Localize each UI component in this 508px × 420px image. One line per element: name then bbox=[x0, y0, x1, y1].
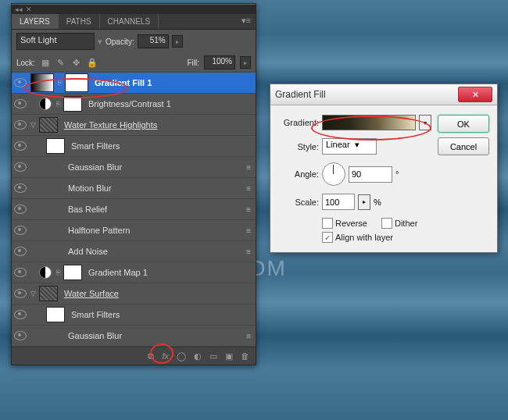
filter-add-noise[interactable]: Add Noise≡ bbox=[12, 241, 256, 262]
mask-thumb bbox=[46, 138, 65, 154]
panel-minibar: ◂◂✕ bbox=[12, 4, 256, 14]
collapse-icon[interactable]: ◂◂ bbox=[15, 5, 23, 13]
new-layer-icon[interactable]: ▣ bbox=[225, 351, 233, 361]
align-checkbox[interactable]: ✓Align with layer bbox=[322, 232, 431, 243]
group-icon[interactable]: ▭ bbox=[209, 351, 217, 361]
mask-thumb bbox=[63, 265, 82, 280]
layer-label: Gradient Map 1 bbox=[88, 268, 148, 277]
ok-button[interactable]: OK bbox=[438, 115, 489, 133]
angle-wheel[interactable] bbox=[322, 162, 345, 186]
visibility-toggle[interactable] bbox=[12, 289, 29, 298]
scale-input[interactable] bbox=[322, 194, 355, 210]
visibility-toggle[interactable] bbox=[12, 141, 29, 151]
tab-channels[interactable]: CHANNELS bbox=[100, 14, 159, 29]
dialog-titlebar[interactable]: Gradient Fill ✕ bbox=[270, 84, 497, 105]
layer-water-surface[interactable]: ▽Water Surface bbox=[12, 283, 256, 304]
eye-icon bbox=[14, 162, 27, 172]
eye-icon bbox=[14, 247, 27, 256]
adj-icon bbox=[39, 266, 52, 279]
mask-thumb bbox=[46, 307, 65, 322]
filter-label: Gaussian Blur bbox=[68, 162, 122, 172]
eye-icon bbox=[14, 183, 27, 193]
filter-motion-blur[interactable]: Motion Blur≡ bbox=[12, 178, 256, 199]
tab-paths[interactable]: PATHS bbox=[59, 14, 100, 29]
filter-settings-icon[interactable]: ≡ bbox=[246, 226, 251, 235]
adjustment-icon[interactable]: ◐ bbox=[194, 351, 202, 361]
visibility-toggle[interactable] bbox=[12, 310, 29, 319]
scale-flyout-icon[interactable]: ▸ bbox=[358, 194, 370, 210]
eye-icon bbox=[14, 289, 27, 298]
fill-label: Fill: bbox=[187, 59, 199, 67]
layer-water-highlights[interactable]: ▽Water Texture Highlights bbox=[12, 115, 256, 136]
lock-all-icon[interactable]: 🔒 bbox=[87, 57, 98, 68]
filter-label: Gaussian Blur bbox=[68, 331, 122, 340]
panel-tabs: LAYERS PATHS CHANNELS ▾≡ bbox=[12, 14, 256, 30]
style-label: Style: bbox=[278, 142, 319, 151]
expand-icon[interactable]: ▽ bbox=[30, 121, 36, 129]
lock-pixels-icon[interactable]: ✎ bbox=[55, 57, 66, 68]
lock-fill-row: Lock: ▦ ✎ ✥ 🔒 Fill: 100% ▸ bbox=[12, 53, 256, 73]
close-icon[interactable]: ✕ bbox=[26, 5, 32, 13]
opacity-input[interactable]: 51% bbox=[138, 34, 169, 48]
smart-filters-row-2[interactable]: Smart Filters bbox=[12, 304, 256, 326]
tab-layers[interactable]: LAYERS bbox=[12, 14, 59, 29]
lock-transparent-icon[interactable]: ▦ bbox=[40, 57, 51, 68]
opacity-label: Opacity: bbox=[106, 37, 134, 46]
blend-opacity-row: Soft Light ▾ Opacity: 51% ▸ bbox=[12, 30, 256, 53]
annotation-circle bbox=[311, 116, 431, 141]
lock-label: Lock: bbox=[16, 59, 35, 67]
expand-icon[interactable]: ▽ bbox=[30, 290, 36, 297]
delete-icon[interactable]: 🗑 bbox=[241, 351, 249, 361]
filter-settings-icon[interactable]: ≡ bbox=[246, 247, 251, 256]
filter-settings-icon[interactable]: ≡ bbox=[246, 163, 251, 172]
reverse-checkbox[interactable]: Reverse bbox=[322, 218, 367, 229]
filter-bas-relief[interactable]: Bas Relief≡ bbox=[12, 199, 256, 220]
filter-halftone[interactable]: Halftone Pattern≡ bbox=[12, 220, 256, 241]
visibility-toggle[interactable] bbox=[12, 183, 29, 193]
fill-flyout-icon[interactable]: ▸ bbox=[240, 56, 251, 69]
layer-gradient-map[interactable]: ⎘Gradient Map 1 bbox=[12, 262, 256, 283]
fill-input[interactable]: 100% bbox=[204, 55, 235, 69]
eye-icon bbox=[14, 141, 27, 151]
layers-panel: ◂◂✕ LAYERS PATHS CHANNELS ▾≡ Soft Light … bbox=[11, 3, 256, 365]
eye-icon bbox=[14, 226, 27, 235]
layer-label: Water Texture Highlights bbox=[64, 120, 157, 130]
adj-icon bbox=[39, 98, 52, 110]
filter-label: Add Noise bbox=[68, 247, 108, 256]
layer-label: Brightness/Contrast 1 bbox=[88, 99, 171, 109]
filter-gaussian-blur-2[interactable]: Gaussian Blur≡ bbox=[12, 326, 256, 347]
layer-label: Water Surface bbox=[64, 289, 119, 298]
mask-icon[interactable]: ◯ bbox=[177, 351, 186, 361]
panel-menu-icon[interactable]: ▾≡ bbox=[237, 14, 256, 29]
filter-settings-icon[interactable]: ≡ bbox=[246, 184, 251, 193]
filter-settings-icon[interactable]: ≡ bbox=[246, 205, 251, 214]
gradient-fill-dialog: Gradient Fill ✕ Gradient: ▾ Style: Linea… bbox=[270, 84, 498, 253]
style-select[interactable]: Linear ▾ bbox=[322, 138, 377, 155]
visibility-toggle[interactable] bbox=[12, 226, 29, 235]
filter-gaussian-blur[interactable]: Gaussian Blur≡ bbox=[12, 157, 256, 178]
filter-settings-icon[interactable]: ≡ bbox=[246, 332, 251, 340]
visibility-toggle[interactable] bbox=[12, 247, 29, 256]
visibility-toggle[interactable] bbox=[12, 162, 29, 172]
visibility-toggle[interactable] bbox=[12, 205, 29, 214]
eye-icon bbox=[14, 310, 27, 319]
close-button[interactable]: ✕ bbox=[458, 87, 492, 102]
visibility-toggle[interactable] bbox=[12, 268, 29, 277]
dither-checkbox[interactable]: Dither bbox=[381, 218, 417, 229]
cancel-button[interactable]: Cancel bbox=[438, 137, 489, 155]
smart-filters-row[interactable]: Smart Filters bbox=[12, 136, 256, 157]
lock-position-icon[interactable]: ✥ bbox=[71, 57, 82, 68]
angle-unit: ° bbox=[395, 169, 399, 179]
annotation-circle bbox=[150, 343, 174, 364]
angle-input[interactable] bbox=[349, 166, 392, 183]
dialog-title: Gradient Fill bbox=[275, 89, 326, 100]
layer-label: Smart Filters bbox=[71, 310, 120, 319]
eye-icon bbox=[14, 331, 27, 340]
opacity-flyout-icon[interactable]: ▸ bbox=[172, 35, 183, 48]
visibility-toggle[interactable] bbox=[12, 99, 29, 109]
visibility-toggle[interactable] bbox=[12, 120, 29, 130]
link-icon: ⎘ bbox=[54, 269, 62, 276]
eye-icon bbox=[14, 205, 27, 214]
visibility-toggle[interactable] bbox=[12, 331, 29, 340]
blend-mode-select[interactable]: Soft Light bbox=[16, 33, 95, 50]
